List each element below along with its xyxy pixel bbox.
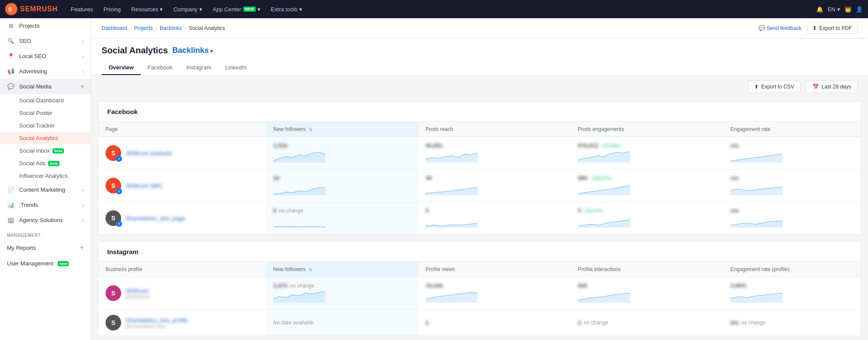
logo[interactable]: S SEMRUSH [5, 3, 58, 15]
tab-instagram[interactable]: Instagram [179, 61, 218, 75]
project-selector[interactable]: Backlinks [172, 46, 213, 55]
facebook-table-header: Page New followers ⇅ Posts reach Posts e… [99, 122, 861, 137]
nav-resources[interactable]: Resources ▾ [126, 0, 168, 18]
breadcrumb: Dashboard › Projects › Backlinks › Socia… [102, 25, 225, 31]
th-ig-new-followers[interactable]: New followers ⇅ [266, 262, 419, 277]
svg-marker-9 [730, 187, 782, 195]
sidebar-item-social-media[interactable]: 💬 Social Media ▾ [0, 79, 91, 94]
th-business-profile: Business profile [99, 262, 266, 277]
advertising-chevron: › [82, 69, 84, 74]
ig-rate-val-1: 3.95% [730, 282, 854, 289]
tab-facebook[interactable]: Facebook [141, 61, 179, 75]
sidebar-item-trends[interactable]: 📊 .Trends › [0, 197, 91, 212]
svg-marker-5 [730, 154, 782, 163]
page-tabs: Overview Facebook Instagram LinkedIn [102, 61, 858, 75]
nav-pricing[interactable]: Pricing [98, 0, 126, 18]
local-seo-chevron: › [82, 54, 84, 59]
sidebar-item-content-marketing[interactable]: 📄 Content Marketing › [0, 182, 91, 197]
sidebar-item-projects[interactable]: ⊞ Projects [0, 18, 91, 33]
language-selector[interactable]: EN ▾ [828, 6, 840, 13]
fb-followers-note-3: no change [279, 208, 303, 214]
sidebar-item-agency-solutions[interactable]: 🏢 Agency Solutions › [0, 212, 91, 228]
sidebar-item-my-reports[interactable]: My Reports + [0, 239, 91, 256]
fb-followers-val-2: 16 [273, 175, 412, 181]
fb-followers-val-1: 1,016 [273, 142, 412, 149]
instagram-table: Business profile New followers ⇅ Profile… [99, 262, 861, 336]
ig-followers-note-2: No data available [273, 320, 412, 326]
nav-features[interactable]: Features [66, 0, 98, 18]
page-name-1[interactable]: SEMrush (Default) [125, 150, 172, 157]
page-name-2[interactable]: SEMrush (BR) [125, 183, 162, 189]
ig-views-1: 18,036 [419, 277, 571, 310]
nav-app-center[interactable]: App Center NEW ▾ [208, 0, 266, 18]
nav-company[interactable]: Company ▾ [168, 0, 208, 18]
fb-engage-change-1: +34.09% [601, 143, 620, 148]
facebook-section: Facebook Page New followers ⇅ [98, 101, 861, 235]
svg-marker-13 [730, 221, 782, 228]
fb-followers-chart-2 [273, 181, 325, 195]
sidebar-sub-social-inbox[interactable]: Social Inbox beta [19, 144, 91, 157]
nav-extra-tools[interactable]: Extra tools ▾ [266, 0, 307, 18]
ig-profile-name-1[interactable]: SEMrush [125, 288, 150, 294]
fb-engage-change-3: +90.67% [584, 208, 603, 213]
tab-overview[interactable]: Overview [102, 61, 141, 75]
sidebar-sub-social-analytics[interactable]: Social Analytics [0, 132, 91, 144]
export-pdf-button[interactable]: ⬆ Export to PDF [807, 23, 858, 34]
fb-reach-1: 66,891 [419, 137, 571, 170]
page-cell-1: S f SEMrush (Default) [99, 137, 266, 170]
instagram-section-title: Instagram [99, 242, 861, 262]
sidebar-sub-social-ads[interactable]: Social Ads beta [19, 157, 91, 170]
table-row: S f Sharetabilou_test_page 0 no change [99, 202, 861, 235]
user-menu[interactable]: 👤 [856, 6, 863, 13]
content-marketing-icon: 📄 [7, 186, 15, 193]
fb-engage-3: 0 +90.67% [571, 202, 723, 235]
projects-icon: ⊞ [7, 23, 15, 29]
export-pdf-icon: ⬆ [812, 25, 817, 31]
th-posts-engagements: Posts engagements [571, 122, 723, 137]
avatar-3: S f [106, 210, 121, 226]
th-new-followers[interactable]: New followers ⇅ [266, 122, 419, 137]
page-cell-3: S f Sharetabilou_test_page [99, 202, 266, 235]
social-media-icon: 💬 [7, 83, 15, 90]
ig-profile-cell-2: S Sharetabilou_test_profile @sharetabilo… [99, 310, 266, 336]
table-row: S SEMrush @SEMrush 3,474 [99, 277, 861, 310]
date-range-button[interactable]: 📅 Last 28 days [806, 81, 858, 93]
fb-engage-chart-2 [578, 181, 630, 195]
facebook-table: Page New followers ⇅ Posts reach Posts e… [99, 122, 861, 234]
sidebar-sub-social-poster[interactable]: Social Poster [19, 107, 91, 119]
sidebar-sub-social-tracker[interactable]: Social Tracker [19, 119, 91, 132]
ig-interactions-2: 0 no change [571, 310, 723, 336]
fb-followers-1: 1,016 [266, 137, 419, 170]
sidebar-item-local-seo[interactable]: 📍 Local SEO › [0, 49, 91, 64]
export-csv-button[interactable]: ⬆ Export to CSV [748, 81, 801, 93]
breadcrumb-projects[interactable]: Projects [134, 25, 153, 31]
ig-interactions-1: 605 [571, 277, 723, 310]
sidebar-sub-social-dashboard[interactable]: Social Dashboard [19, 94, 91, 107]
ig-profile-name-2[interactable]: Sharetabilou_test_profile [125, 317, 188, 324]
sidebar-item-user-management[interactable]: User Management new [0, 256, 91, 271]
ig-followers-val-1: 3,474 [273, 282, 287, 289]
fb-engage-change-2: +138.67% [590, 176, 612, 181]
table-row: S Sharetabilou_test_profile @sharetabilo… [99, 310, 861, 336]
sidebar-item-seo[interactable]: 🔍 SEO › [0, 33, 91, 49]
fb-rate-val-3: n/a [730, 207, 854, 214]
page-title: Social Analytics Backlinks [102, 46, 213, 56]
crown-icon[interactable]: 👑 [845, 6, 851, 13]
page-name-3[interactable]: Sharetabilou_test_page [125, 215, 185, 222]
facebook-section-title: Facebook [99, 102, 861, 122]
page-cell-2: S f SEMrush (BR) [99, 170, 266, 202]
my-reports-add[interactable]: + [80, 244, 84, 252]
ig-followers-1: 3,474 no change [266, 277, 419, 310]
notification-bell[interactable]: 🔔 [816, 6, 823, 13]
send-feedback-link[interactable]: 💬 Send feedback [759, 25, 802, 31]
table-row: S f SEMrush (BR) 16 [99, 170, 861, 202]
fb-followers-val-3: 0 [273, 207, 276, 214]
tab-linkedin[interactable]: LinkedIn [218, 61, 254, 75]
sidebar-sub-influencer-analytics[interactable]: Influencer Analytics [19, 170, 91, 182]
sidebar-item-advertising[interactable]: 📢 Advertising › [0, 64, 91, 79]
breadcrumb-dashboard[interactable]: Dashboard [102, 25, 127, 31]
th-profile-interactions: Profile interactions [571, 262, 723, 277]
ig-views-val-2: 0 [426, 320, 564, 326]
social-media-submenu: Social Dashboard Social Poster Social Tr… [0, 94, 91, 182]
breadcrumb-backlinks[interactable]: Backlinks [160, 25, 182, 31]
